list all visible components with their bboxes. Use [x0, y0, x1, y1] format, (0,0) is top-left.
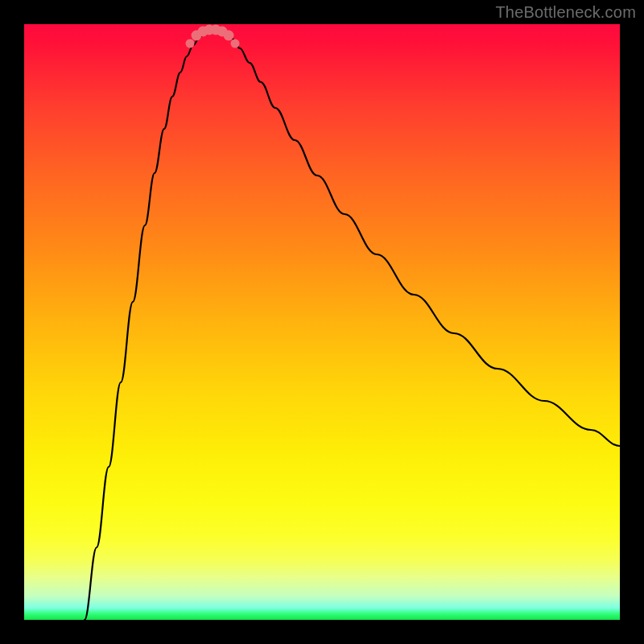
trough-marker [231, 39, 240, 48]
curve-lines [85, 32, 620, 620]
watermark-text: TheBottleneck.com [495, 3, 636, 22]
trough-marker [186, 39, 195, 48]
right-curve-path [225, 32, 620, 446]
plot-area [24, 24, 620, 620]
trough-markers [186, 25, 240, 48]
left-curve-path [85, 32, 206, 620]
chart-frame: TheBottleneck.com [0, 0, 644, 644]
trough-marker [224, 31, 234, 41]
curve-svg [24, 24, 620, 620]
